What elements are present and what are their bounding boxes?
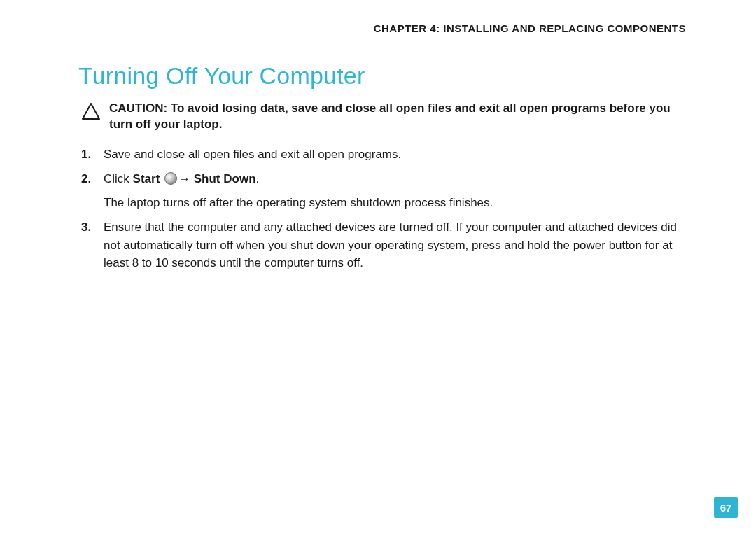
caution-triangle-icon — [81, 102, 101, 120]
step-3: Ensure that the computer and any attache… — [81, 218, 686, 272]
chapter-header: CHAPTER 4: INSTALLING AND REPLACING COMP… — [78, 22, 686, 34]
step-1-text: Save and close all open files and exit a… — [104, 146, 686, 164]
steps-list: Save and close all open files and exit a… — [78, 146, 686, 272]
step-2-start-label: Start — [133, 172, 160, 185]
start-orb-icon — [164, 172, 177, 185]
step-2-subtext: The laptop turns off after the operating… — [104, 194, 686, 212]
step-2-arrow: → — [178, 172, 194, 185]
caution-text: CAUTION: To avoid losing data, save and … — [109, 101, 686, 133]
page-number-badge: 67 — [714, 497, 738, 518]
section-title: Turning Off Your Computer — [78, 62, 686, 90]
caution-block: CAUTION: To avoid losing data, save and … — [78, 101, 686, 133]
step-1: Save and close all open files and exit a… — [81, 146, 686, 164]
step-2: Click Start → Shut Down. The laptop turn… — [81, 170, 686, 211]
step-2-suffix: . — [256, 172, 260, 185]
step-2-prefix: Click — [104, 172, 133, 185]
step-3-text: Ensure that the computer and any attache… — [104, 218, 686, 272]
step-2-shutdown-label: Shut Down — [194, 172, 256, 185]
